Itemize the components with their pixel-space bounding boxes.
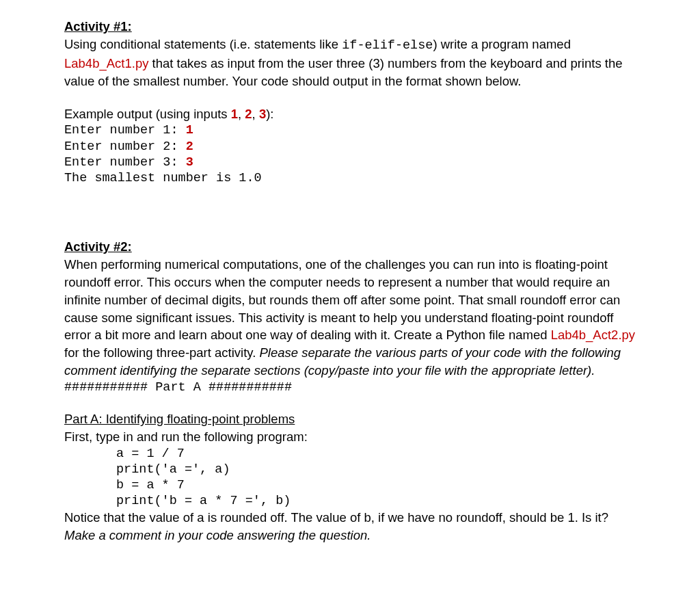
example-comma-2: , [252,107,259,121]
output-line-3: Enter number 3: 3 [64,155,638,170]
activity-2-divider: ########### Part A ########### [64,380,638,395]
output-line-2-val: 2 [186,140,193,154]
part-a-notice-text: Notice that the value of a is rounded of… [64,510,608,525]
activity-1-text-post: that takes as input from the user three … [64,56,623,88]
part-a-heading-text: Part A: Identifying floating-point probl… [64,412,295,426]
code-line-2: print('a =', a) [116,462,638,477]
activity-2-text-pre: When performing numerical computations, … [64,257,620,343]
part-a-intro: First, type in and run the following pro… [64,428,638,446]
example-label-post: ): [266,107,273,121]
activity-2-section: Activity #2: When performing numerical c… [64,238,638,544]
activity-1-output-block: Enter number 1: 1 Enter number 2: 2 Ente… [64,122,638,186]
example-input-2: 2 [245,107,252,121]
code-line-4: print('b = a * 7 =', b) [116,493,638,509]
activity-2-heading: Activity #2: [64,238,638,256]
output-line-4: The smallest number is 1.0 [64,170,638,186]
part-a-notice-italic: Make a comment in your code answering th… [64,528,371,542]
part-a-heading: Part A: Identifying floating-point probl… [64,410,638,428]
activity-1-filename: Lab4b_Act1.py [64,56,148,70]
output-line-2-prompt: Enter number 2: [64,140,186,154]
activity-1-code-conditional: if-elif-else [342,38,433,53]
output-line-1: Enter number 1: 1 [64,122,638,138]
activity-1-heading: Activity #1: [64,18,638,36]
output-line-1-val: 1 [186,123,193,137]
activity-1-paragraph: Using conditional statements (i.e. state… [64,36,638,90]
activity-2-text-mid: for the following three-part activity. [64,345,260,360]
part-a-notice: Notice that the value of a is rounded of… [64,509,638,544]
part-a-code-block: a = 1 / 7 print('a =', a) b = a * 7 prin… [64,446,638,510]
activity-1-section: Activity #1: Using conditional statement… [64,18,638,186]
example-input-1: 1 [231,107,238,121]
code-line-1: a = 1 / 7 [116,446,638,462]
output-line-1-prompt: Enter number 1: [64,123,186,137]
example-label-pre: Example output (using inputs [64,107,231,121]
activity-1-example-label: Example output (using inputs 1, 2, 3): [64,105,638,123]
activity-2-paragraph: When performing numerical computations, … [64,256,638,380]
output-line-3-prompt: Enter number 3: [64,155,186,170]
activity-2-filename: Lab4b_Act2.py [551,328,635,342]
activity-1-text-pre: Using conditional statements (i.e. state… [64,37,342,51]
example-comma-1: , [238,107,245,121]
code-line-3: b = a * 7 [116,477,638,493]
output-line-3-val: 3 [186,155,193,170]
activity-1-text-mid: ) write a program named [433,37,571,51]
output-line-2: Enter number 2: 2 [64,139,638,155]
example-input-3: 3 [259,107,266,121]
